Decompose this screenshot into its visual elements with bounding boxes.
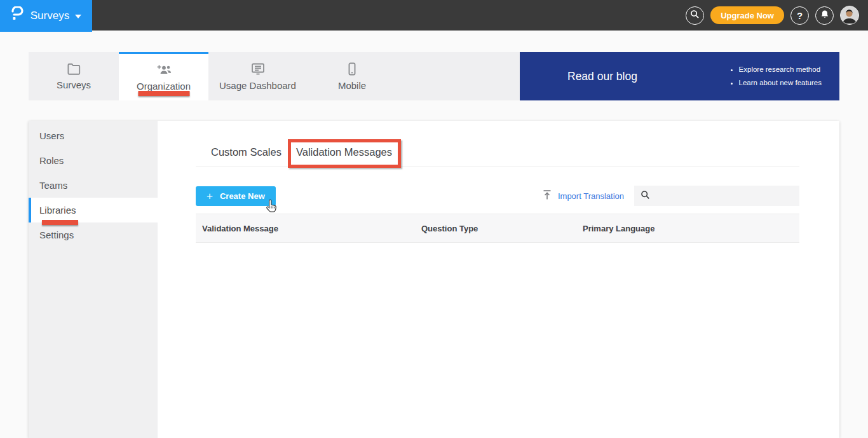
product-switcher[interactable]: Surveys [0,0,92,32]
main-panel: Users Roles Teams Libraries Settings Cus… [29,121,839,438]
search-input[interactable] [654,186,799,206]
sidebar-item-settings[interactable]: Settings [29,222,158,247]
module-tab-label: Mobile [338,80,366,91]
search-icon [690,10,700,22]
sidebar: Users Roles Teams Libraries Settings [29,121,158,438]
sidebar-item-users[interactable]: Users [29,123,158,148]
sidebar-item-teams[interactable]: Teams [29,173,158,198]
import-translation-link[interactable]: Import Translation [542,189,624,203]
toolbar-right: Import Translation [542,186,799,206]
module-tab-label: Organization [137,81,191,92]
column-header-primary-language: Primary Language [583,224,799,233]
promo-bullet: Explore research method [739,63,822,76]
libraries-content: Custom Scales Validation Messages + Crea… [158,121,839,438]
people-add-icon [156,64,172,76]
dashboard-icon [250,62,266,76]
annotation-underline [138,91,189,96]
module-tab-mobile[interactable]: Mobile [307,52,397,100]
upgrade-now-button[interactable]: Upgrade Now [710,6,784,24]
sidebar-item-roles[interactable]: Roles [29,148,158,173]
bell-icon [820,10,829,22]
product-name: Surveys [31,10,69,22]
user-avatar[interactable] [840,6,859,25]
help-button[interactable]: ? [790,6,809,25]
promo-banner[interactable]: Read our blog Explore research method Le… [520,52,839,100]
questionpro-logo-icon [11,6,25,25]
topbar-actions: Upgrade Now ? [686,0,859,31]
promo-bullet-list: Explore research method Learn about new … [729,63,822,90]
folder-icon [67,62,81,75]
module-tab-label: Surveys [57,79,91,90]
promo-title[interactable]: Read our blog [567,70,637,83]
table-header: Validation Message Question Type Primary… [196,214,799,243]
sidebar-item-libraries[interactable]: Libraries [29,198,158,222]
module-tab-surveys[interactable]: Surveys [29,52,119,100]
question-mark-icon: ? [797,10,803,21]
avatar-photo [841,6,858,24]
column-header-validation-message: Validation Message [202,224,421,233]
create-new-label: Create New [220,191,265,201]
sidebar-item-label: Libraries [39,205,76,216]
tab-validation-messages[interactable]: Validation Messages [296,146,392,167]
module-tab-organization[interactable]: Organization [119,52,208,100]
annotation-underline [42,220,78,225]
search-icon [641,190,650,202]
topbar: Upgrade Now ? [0,0,868,31]
notifications-button[interactable] [815,6,834,25]
search-button[interactable] [686,6,704,25]
import-icon [542,189,552,203]
content-tabs: Custom Scales Validation Messages [196,146,799,167]
mobile-icon [345,62,359,76]
chevron-down-icon [75,15,81,18]
plus-icon: + [207,191,213,202]
module-tab-label: Usage Dashboard [219,80,296,91]
import-translation-label: Import Translation [558,191,624,201]
module-nav: Surveys Organization [29,52,839,100]
tab-label: Validation Messages [296,146,392,158]
column-header-question-type: Question Type [421,224,583,233]
toolbar: + Create New [196,186,799,206]
module-tab-usage-dashboard[interactable]: Usage Dashboard [208,52,307,100]
promo-bullet: Learn about new features [739,76,822,90]
create-new-button[interactable]: + Create New [196,186,276,206]
table-search[interactable] [634,186,799,206]
tab-custom-scales[interactable]: Custom Scales [211,146,281,167]
app-root: Upgrade Now ? [0,0,868,438]
